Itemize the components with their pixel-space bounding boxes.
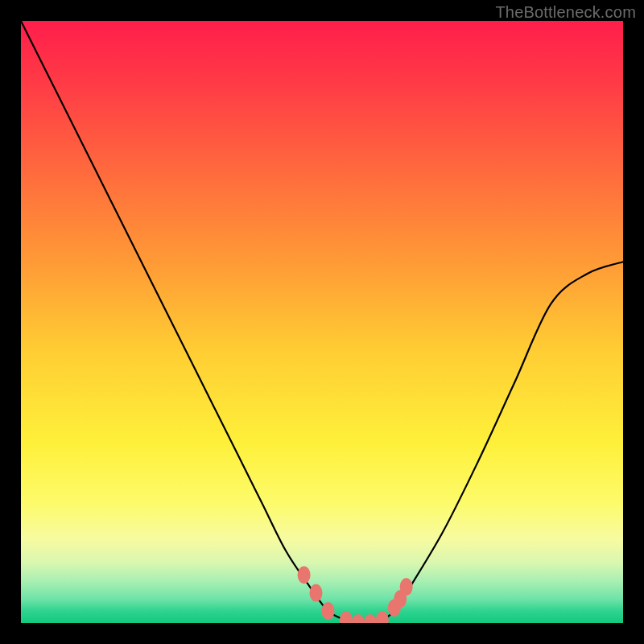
marker-point — [352, 614, 365, 623]
marker-group — [298, 566, 413, 623]
marker-point — [400, 578, 413, 596]
watermark-text: TheBottleneck.com — [495, 3, 636, 22]
marker-point — [310, 584, 323, 602]
bottleneck-curve-svg — [21, 21, 623, 623]
chart-plot-area — [21, 21, 623, 623]
marker-point — [322, 602, 335, 620]
marker-point — [298, 566, 311, 584]
bottleneck-curve-line — [21, 21, 623, 623]
marker-point — [376, 611, 389, 623]
marker-point — [340, 611, 353, 623]
marker-point — [364, 614, 377, 623]
